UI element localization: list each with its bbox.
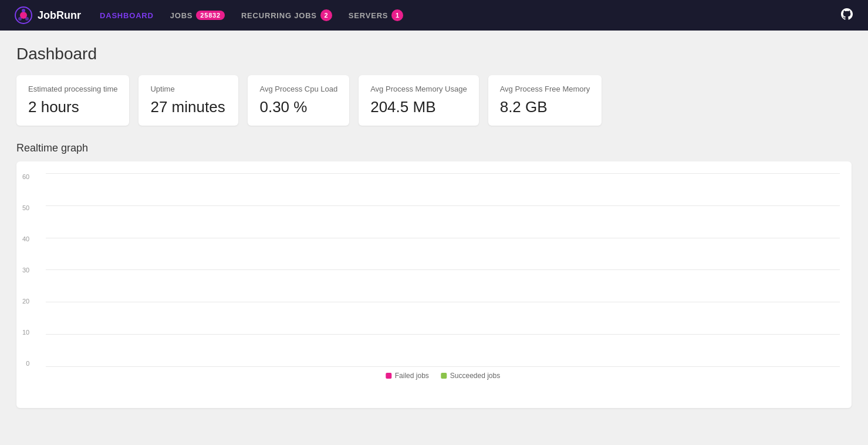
main-content: Dashboard Estimated processing time 2 ho… bbox=[0, 31, 868, 422]
stat-card-free-memory: Avg Process Free Memory 8.2 GB bbox=[488, 75, 602, 126]
jobs-badge: 25832 bbox=[196, 11, 225, 20]
stat-label-uptime: Uptime bbox=[150, 85, 227, 93]
stat-value-free-memory: 8.2 GB bbox=[500, 98, 590, 116]
chart-container: 60 50 40 30 20 10 0 bbox=[16, 161, 852, 408]
stat-value-cpu-load: 0.30 % bbox=[259, 98, 337, 116]
stat-label-cpu-load: Avg Process Cpu Load bbox=[259, 85, 337, 93]
stat-card-uptime: Uptime 27 minutes bbox=[139, 75, 238, 126]
stat-label-free-memory: Avg Process Free Memory bbox=[500, 85, 590, 93]
y-label-10: 10 bbox=[22, 329, 29, 336]
nav-dashboard[interactable]: DASHBOARD bbox=[100, 11, 154, 20]
y-axis: 60 50 40 30 20 10 0 bbox=[22, 173, 29, 367]
svg-point-4 bbox=[18, 17, 22, 21]
legend-succeeded: Succeeded jobs bbox=[441, 372, 500, 380]
legend-failed-label: Failed jobs bbox=[395, 372, 429, 380]
stat-value-processing-time: 2 hours bbox=[28, 98, 117, 116]
stat-label-processing-time: Estimated processing time bbox=[28, 85, 117, 93]
chart-area: 60 50 40 30 20 10 0 bbox=[46, 173, 840, 385]
logo-icon bbox=[14, 6, 33, 25]
stat-value-uptime: 27 minutes bbox=[150, 98, 227, 116]
legend-failed: Failed jobs bbox=[386, 372, 429, 380]
stat-label-memory-usage: Avg Process Memory Usage bbox=[370, 85, 467, 93]
stat-card-processing-time: Estimated processing time 2 hours bbox=[16, 75, 129, 126]
y-label-0: 0 bbox=[26, 360, 29, 367]
logo-text: JobRunr bbox=[38, 9, 81, 22]
nav-jobs[interactable]: JOBS 25832 bbox=[170, 11, 225, 20]
svg-point-3 bbox=[25, 17, 29, 21]
chart-legend: Failed jobs Succeeded jobs bbox=[386, 372, 500, 380]
github-icon bbox=[840, 7, 854, 21]
github-link[interactable] bbox=[840, 7, 854, 23]
chart-title: Realtime graph bbox=[16, 142, 852, 154]
stat-value-memory-usage: 204.5 MB bbox=[370, 98, 467, 116]
y-label-50: 50 bbox=[22, 204, 29, 211]
nav-recurring-jobs[interactable]: RECURRING JOBS 2 bbox=[241, 9, 332, 21]
stat-cards: Estimated processing time 2 hours Uptime… bbox=[16, 75, 852, 126]
recurring-jobs-badge: 2 bbox=[320, 9, 332, 21]
y-label-30: 30 bbox=[22, 267, 29, 274]
nav-servers[interactable]: SERVERS 1 bbox=[349, 9, 404, 21]
y-label-40: 40 bbox=[22, 235, 29, 242]
y-label-20: 20 bbox=[22, 298, 29, 305]
legend-dot-succeeded bbox=[441, 373, 447, 379]
bars-area bbox=[46, 173, 840, 367]
legend-dot-failed bbox=[386, 373, 391, 379]
servers-badge: 1 bbox=[391, 9, 403, 21]
svg-point-2 bbox=[22, 9, 25, 12]
nav-links: DASHBOARD JOBS 25832 RECURRING JOBS 2 SE… bbox=[100, 9, 821, 21]
y-label-60: 60 bbox=[22, 173, 29, 180]
page-title: Dashboard bbox=[16, 45, 852, 63]
logo[interactable]: JobRunr bbox=[14, 6, 81, 25]
stat-card-memory-usage: Avg Process Memory Usage 204.5 MB bbox=[359, 75, 479, 126]
navbar: JobRunr DASHBOARD JOBS 25832 RECURRING J… bbox=[0, 0, 868, 31]
stat-card-cpu-load: Avg Process Cpu Load 0.30 % bbox=[248, 75, 349, 126]
legend-succeeded-label: Succeeded jobs bbox=[450, 372, 500, 380]
